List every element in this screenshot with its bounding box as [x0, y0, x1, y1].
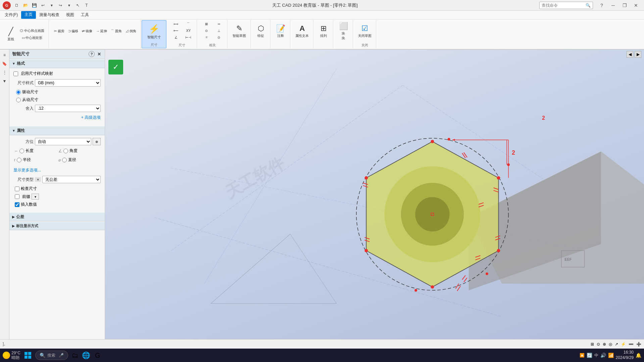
ltb-btn-2[interactable]: 🔖	[1, 60, 9, 68]
panel-help-button[interactable]: ?	[89, 51, 95, 57]
menu-home[interactable]: 主页	[21, 11, 36, 19]
more-section-header[interactable]: ▶ 标注显示方式	[9, 222, 105, 230]
ltb-btn-3[interactable]: ⋮	[1, 68, 9, 76]
redo-button[interactable]: ↪	[56, 1, 64, 9]
restore-button[interactable]: ❐	[619, 1, 630, 10]
prefix-checkbox[interactable]	[15, 194, 19, 199]
trim-tool[interactable]: ✂ 裁剪	[52, 28, 66, 35]
taskbar-cad[interactable]: G	[93, 351, 102, 360]
block-button[interactable]: ⬜ 块块	[337, 21, 350, 42]
fix-constraint[interactable]: ⊠	[200, 21, 212, 27]
taskbar-search[interactable]: 🔍 搜索 🎤	[35, 351, 68, 360]
angle-radio[interactable]	[63, 149, 68, 153]
line-button[interactable]: ╱ 直线	[4, 24, 17, 45]
status-dyn[interactable]: ⚡	[621, 342, 626, 347]
orientation-select[interactable]: 自动 水平 垂直	[35, 138, 91, 145]
chamfer-tool[interactable]: ⊿ 倒角	[124, 28, 138, 35]
status-grid[interactable]: ⊞	[591, 342, 594, 347]
minimize-button[interactable]: ─	[608, 1, 618, 10]
status-snap[interactable]: ⊙	[597, 342, 600, 347]
notification-icon[interactable]: 🔔	[636, 353, 641, 358]
dim-style-select[interactable]: GB (mm) ISO (mm)	[35, 79, 101, 87]
center-rect-button[interactable]: ▭ 中心画矩形	[18, 35, 46, 41]
extend-tool[interactable]: → 延伸	[94, 28, 109, 35]
status-zoom-plus[interactable]: ➕	[636, 342, 641, 347]
taskbar-edge[interactable]: 🌐	[82, 351, 91, 360]
sys-tray-refresh[interactable]: 🔄	[587, 353, 592, 358]
undo-button[interactable]: ↩	[39, 1, 47, 9]
status-zoom-minus[interactable]: ➖	[629, 342, 634, 347]
diameter-radio[interactable]	[62, 158, 67, 162]
taskbar-explorer[interactable]: 🗂	[70, 351, 80, 360]
advanced-options-link[interactable]: + 高级选项	[81, 115, 101, 120]
ribbon-group-draw: ╱ 直线 ◎ 中心和点画圆 ▭ 中心画矩形	[1, 20, 49, 48]
tolerance-section-header[interactable]: ▶ 公差	[9, 213, 105, 221]
properties-section-header[interactable]: ▼ 属性	[9, 126, 105, 135]
attr-text-button[interactable]: A 属性文本	[294, 21, 310, 42]
feature-button[interactable]: ⬡ 特征	[254, 21, 267, 42]
close-button[interactable]: ✕	[631, 1, 641, 10]
trim-button[interactable]: T	[83, 1, 91, 9]
insert-value-checkbox[interactable]	[15, 202, 19, 207]
menu-measure[interactable]: 测量与检查	[36, 11, 63, 18]
note-button[interactable]: 📝 注释	[274, 21, 287, 42]
fillet-tool[interactable]: ⌒ 圆角	[109, 28, 123, 35]
undo-dropdown[interactable]: ▾	[48, 1, 56, 9]
command-search[interactable]	[542, 3, 586, 8]
check-dim-checkbox[interactable]	[15, 187, 19, 191]
enable-mapping-checkbox[interactable]	[13, 71, 18, 76]
radius-radio[interactable]	[17, 158, 21, 162]
smart-sketch-button[interactable]: ✎ 智能草图	[231, 21, 248, 42]
smartdim-button[interactable]: ⚡ 智能尺寸	[145, 21, 163, 42]
status-ortho[interactable]: ⊕	[603, 342, 606, 347]
dim-type-select[interactable]: 无公差 单向 双向	[42, 176, 101, 183]
parallel-constraint[interactable]: =	[200, 34, 212, 41]
redo-dropdown[interactable]: ▾	[65, 1, 73, 9]
angular-dim[interactable]: ∠	[170, 34, 182, 41]
arc-length-dim[interactable]: ⌒	[182, 21, 194, 27]
save-button[interactable]: 💾	[30, 1, 38, 9]
close-sketch-button[interactable]: ☑ 关闭草图	[356, 21, 373, 42]
chain-dim[interactable]: ⊢⊣	[182, 34, 194, 41]
menu-file[interactable]: 文件(F)	[1, 11, 21, 18]
more-options-link[interactable]: 显示更多选项...	[13, 167, 101, 173]
format-section-header[interactable]: ▼ 格式	[9, 59, 105, 68]
vertical-dim[interactable]: ⟵	[170, 28, 182, 34]
tangent-constraint[interactable]: ⊙	[213, 34, 225, 41]
offset-tool[interactable]: ⊃ 偏移	[66, 28, 80, 35]
ltb-btn-4[interactable]: ▼	[1, 77, 9, 85]
panel-close-button[interactable]: ✕	[96, 51, 102, 57]
menu-view[interactable]: 视图	[63, 11, 78, 18]
start-button[interactable]	[22, 350, 33, 361]
coord-dim[interactable]: XY	[182, 28, 194, 34]
select-button[interactable]: ↖	[74, 1, 82, 9]
rounding-select[interactable]: .12 .1 .123	[35, 105, 101, 112]
center-rect-icon: ▭ 中心画矩形	[22, 36, 43, 40]
cad-viewport[interactable]: 天工软件 ◀ ▶ ✓	[105, 50, 644, 339]
driven-radio[interactable]	[16, 90, 21, 95]
status-polar[interactable]: ◎	[609, 342, 612, 347]
center-circle-button[interactable]: ◎ 中心和点画圆	[18, 28, 46, 34]
sys-tray-sound[interactable]: 🔊	[600, 353, 606, 358]
linear-dim[interactable]: ⟺	[170, 21, 182, 27]
orientation-icon-btn[interactable]: ⊕	[93, 138, 101, 145]
equal-constraint[interactable]: ═	[213, 21, 225, 27]
passive-radio[interactable]	[16, 98, 21, 102]
sys-tray-up[interactable]: 🔼	[580, 353, 585, 358]
clock-widget[interactable]: 16:30 2024/9/29	[616, 350, 634, 360]
status-track[interactable]: ↗	[615, 342, 618, 347]
mirror-tool[interactable]: ⇌ 镜像	[80, 28, 94, 35]
perp-constraint[interactable]: ⊥	[213, 28, 225, 34]
open-button[interactable]: 📂	[21, 1, 30, 9]
weather-widget[interactable]: 29°C 晴朗	[3, 351, 20, 360]
array-button[interactable]: ⊞ 排列	[317, 21, 330, 42]
new-button[interactable]: 🗋	[13, 1, 21, 9]
length-radio[interactable]	[19, 149, 24, 153]
ltb-btn-1[interactable]: ≡	[1, 51, 9, 59]
menu-tools[interactable]: 工具	[78, 11, 92, 18]
sys-tray-wifi[interactable]: 📶	[608, 353, 614, 358]
prefix-dropdown[interactable]: ▾	[32, 194, 39, 200]
help-button[interactable]: ?	[596, 1, 607, 10]
coincident-constraint[interactable]: ⊙	[200, 28, 212, 34]
sys-tray-input[interactable]: 中	[594, 353, 598, 358]
